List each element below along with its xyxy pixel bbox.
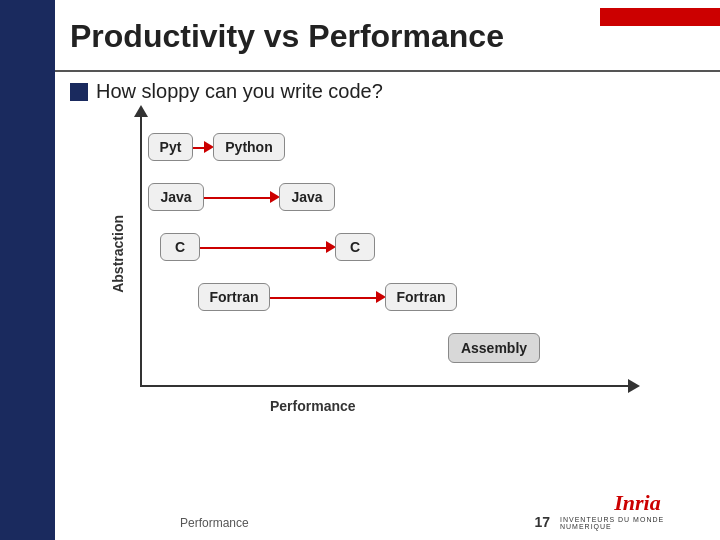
conference-text: Performance xyxy=(180,516,253,530)
fortran-left-box: Fortran xyxy=(198,283,270,311)
inria-logo: Inria INVENTEURS DU MONDE NUMERIQUE xyxy=(560,485,715,535)
subtitle-divider xyxy=(55,70,720,72)
chart-area: Abstraction Pyt Python Java Java C C For… xyxy=(80,115,660,435)
bullet-icon xyxy=(70,83,88,101)
java-right-label: Java xyxy=(291,189,322,205)
inria-name: Inria xyxy=(614,490,660,516)
x-axis-label: Performance xyxy=(270,398,356,414)
python-right-box: Python xyxy=(213,133,285,161)
python-left-label: Pyt xyxy=(160,139,182,155)
subtitle-text: How sloppy can you write code? xyxy=(96,80,383,103)
java-arrow-line xyxy=(204,197,274,199)
y-axis xyxy=(140,115,142,385)
python-left-box: Pyt xyxy=(148,133,193,161)
c-right-label: C xyxy=(350,239,360,255)
fortran-right-box: Fortran xyxy=(385,283,457,311)
inria-subtitle: INVENTEURS DU MONDE NUMERIQUE xyxy=(560,516,715,530)
x-axis xyxy=(140,385,630,387)
c-left-box: C xyxy=(160,233,200,261)
y-axis-label: Abstraction xyxy=(110,215,126,293)
fortran-right-label: Fortran xyxy=(397,289,446,305)
java-left-box: Java xyxy=(148,183,204,211)
java-left-label: Java xyxy=(160,189,191,205)
java-right-box: Java xyxy=(279,183,335,211)
y-axis-arrow xyxy=(134,105,148,117)
assembly-label: Assembly xyxy=(461,340,527,356)
sidebar-strip xyxy=(0,0,55,540)
assembly-box: Assembly xyxy=(448,333,540,363)
c-right-box: C xyxy=(335,233,375,261)
subtitle: How sloppy can you write code? xyxy=(70,80,383,103)
page-title: Productivity vs Performance xyxy=(70,18,504,55)
x-axis-arrow xyxy=(628,379,640,393)
page-number: 17 xyxy=(534,514,550,530)
c-left-label: C xyxy=(175,239,185,255)
red-accent-bar xyxy=(600,8,720,26)
fortran-arrow-line xyxy=(270,297,380,299)
fortran-left-label: Fortran xyxy=(210,289,259,305)
python-right-label: Python xyxy=(225,139,272,155)
c-arrow-line xyxy=(200,247,330,249)
